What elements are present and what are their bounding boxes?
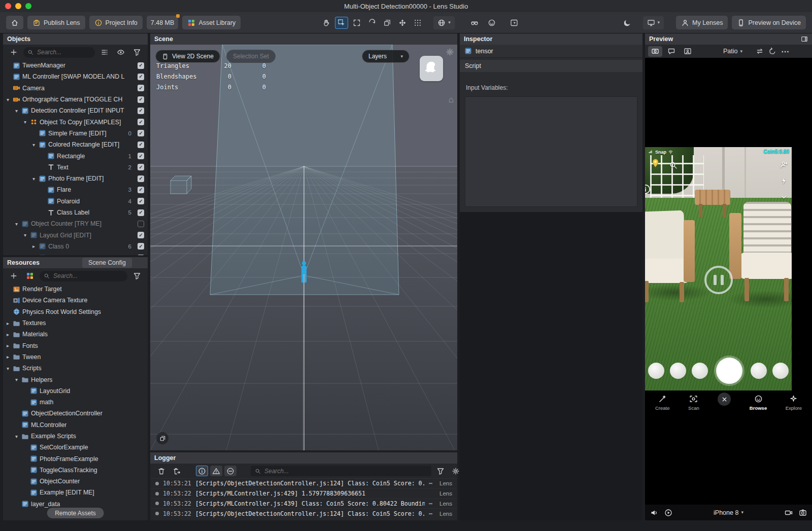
info-ring-icon[interactable] — [645, 184, 651, 195]
visibility-checkbox[interactable]: ✓ — [138, 255, 144, 255]
more-options-icon[interactable]: ⋯ — [781, 47, 790, 56]
chevron-right-icon[interactable]: ▸ — [5, 343, 11, 348]
camera-feed[interactable]: Snap Coin5:0.80 — [645, 147, 792, 391]
scene-cube[interactable] — [171, 176, 191, 194]
chevron-right-icon[interactable]: ▸ — [31, 243, 37, 249]
publish-lens-button[interactable]: Publish Lens — [27, 16, 85, 29]
tree-item[interactable]: ▾Layout Grid [EDIT]✓ — [3, 229, 148, 240]
visibility-checkbox[interactable]: ✓ — [138, 232, 144, 238]
layout-dropdown[interactable]: ▾ — [643, 16, 664, 29]
visibility-checkbox[interactable]: ✓ — [138, 119, 144, 125]
reset-view-home-icon[interactable]: ⌂ — [449, 95, 454, 104]
swap-camera-icon[interactable] — [756, 47, 764, 55]
preview-on-device-button[interactable]: Preview on Device — [732, 16, 806, 29]
chevron-down-icon[interactable]: ▾ — [5, 97, 11, 102]
tree-item[interactable]: Render Target — [3, 284, 148, 295]
chevron-down-icon[interactable]: ▾ — [22, 119, 28, 125]
chevron-right-icon[interactable]: ▸ — [5, 332, 11, 337]
chevron-right-icon[interactable]: ▸ — [5, 354, 11, 360]
tree-item[interactable]: ▸Tween — [3, 351, 148, 363]
scene-3d-canvas[interactable] — [150, 45, 457, 450]
tree-item[interactable]: ML Controller [SWAP MODEL AND L✓ — [3, 71, 148, 82]
tree-item[interactable]: Camera✓ — [3, 83, 148, 94]
rotate-tool[interactable] — [365, 17, 379, 29]
tree-item[interactable]: SetColorExample — [3, 442, 148, 453]
objects-search-field[interactable] — [23, 47, 95, 58]
tab-scene-config[interactable]: Scene Config — [82, 258, 132, 268]
lens-carousel-item[interactable] — [772, 363, 789, 379]
tree-item[interactable]: LayoutGrid — [3, 385, 148, 397]
visibility-checkbox[interactable]: ✓ — [138, 130, 144, 136]
inspected-object-row[interactable]: tensor — [460, 45, 642, 58]
warning-filter-button[interactable] — [210, 466, 222, 476]
tree-item[interactable]: Physics Root World Settings — [3, 306, 148, 317]
zoom-window-button[interactable] — [25, 3, 31, 9]
visibility-checkbox[interactable]: ✓ — [138, 187, 144, 193]
chevron-down-icon[interactable] — [780, 193, 788, 201]
remote-assets-button[interactable]: Remote Assets — [47, 508, 104, 518]
tree-item[interactable]: ObjectDetectionController — [3, 408, 148, 419]
visibility-checkbox[interactable] — [138, 221, 144, 227]
action-scan[interactable]: Scan — [688, 395, 699, 411]
tree-item[interactable]: ▸Textures — [3, 317, 148, 329]
my-lenses-button[interactable]: My Lenses — [676, 16, 728, 29]
objects-search-input[interactable] — [36, 48, 91, 56]
interaction-preview-dropdown[interactable]: ▾ — [433, 16, 455, 29]
audio-icon[interactable] — [650, 509, 658, 517]
tree-item[interactable]: ▸Class 06✓ — [3, 241, 148, 252]
face-lens-icon-button[interactable] — [485, 17, 498, 29]
chevron-down-icon[interactable]: ▾ — [22, 232, 28, 238]
feed-search-icon[interactable] — [669, 161, 678, 169]
action-browse[interactable]: Browse — [750, 395, 767, 411]
visibility-checkbox[interactable]: ✓ — [138, 164, 144, 170]
action-explore[interactable]: Explore — [786, 395, 802, 411]
add-friend-icon[interactable] — [780, 160, 788, 169]
flash-icon[interactable] — [780, 176, 788, 185]
minimize-window-button[interactable] — [15, 3, 21, 9]
tree-item[interactable]: Example [EDIT ME] — [3, 487, 148, 498]
script-section-header[interactable]: Script — [460, 60, 642, 72]
device-dropdown[interactable]: iPhone 8 ▾ — [714, 509, 743, 516]
tree-item[interactable]: ▾Helpers — [3, 374, 148, 385]
visibility-checkbox[interactable]: ✓ — [138, 62, 144, 69]
visibility-checkbox[interactable]: ✓ — [138, 198, 144, 204]
log-expand-ellipsis[interactable]: ⋯ — [429, 510, 433, 517]
log-expand-ellipsis[interactable]: ⋯ — [429, 500, 433, 507]
tree-item[interactable]: Polaroid4✓ — [3, 196, 148, 207]
tree-item[interactable]: ▸Fonts — [3, 340, 148, 351]
visibility-checkbox[interactable]: ✓ — [138, 96, 144, 103]
tree-item[interactable]: ▸Class 1✓ — [3, 252, 148, 255]
tree-item[interactable]: Simple Frame [EDIT]0✓ — [3, 128, 148, 139]
tree-item[interactable]: ▾Object To Copy [EXAMPLES]✓ — [3, 116, 148, 127]
visibility-checkbox[interactable]: ✓ — [138, 141, 144, 148]
resources-asset-library-button[interactable] — [23, 270, 37, 282]
scene-viewport[interactable]: View 2D Scene Selection Set Layers ▾ Tri… — [150, 45, 457, 450]
play-icon[interactable] — [664, 509, 672, 517]
pause-button[interactable] — [704, 266, 733, 294]
tree-item[interactable]: Class Label5✓ — [3, 207, 148, 218]
log-expand-ellipsis[interactable]: ⋯ — [429, 480, 433, 487]
tree-item[interactable]: ▾Object Counter [TRY ME] — [3, 218, 148, 229]
log-entry[interactable]: 10:53:22[Scripts/ObjectDetectionControll… — [150, 508, 457, 518]
close-lens-button[interactable] — [718, 395, 731, 411]
tree-item[interactable]: Device Camera Texture — [3, 295, 148, 306]
chat-preview-button[interactable] — [664, 46, 679, 57]
visibility-checkbox[interactable]: ✓ — [138, 243, 144, 250]
log-entry[interactable]: 10:53:22[Scripts/MLController.js:439] Cl… — [150, 499, 457, 509]
action-create[interactable]: Create — [655, 395, 670, 411]
tree-item[interactable]: ▾Orthographic Camera [TOGGLE CH✓ — [3, 94, 148, 105]
tab-resources[interactable]: Resources — [7, 259, 40, 266]
resources-filter-button[interactable] — [130, 270, 144, 282]
tree-item[interactable]: ▾Photo Frame [EDIT]✓ — [3, 173, 148, 184]
visibility-checkbox[interactable]: ✓ — [138, 74, 144, 80]
manipulator-tool[interactable] — [411, 17, 424, 29]
lens-carousel-item[interactable] — [670, 363, 686, 379]
zoom-to-fit-tool[interactable] — [350, 17, 363, 29]
visibility-checkbox[interactable]: ✓ — [138, 108, 144, 114]
visibility-checkbox[interactable]: ✓ — [138, 175, 144, 182]
visibility-checkbox[interactable]: ✓ — [138, 153, 144, 159]
shutter-button[interactable] — [718, 359, 741, 382]
viewport-settings-gear-icon[interactable] — [446, 48, 454, 56]
tree-item[interactable]: TweenManager✓ — [3, 60, 148, 71]
add-resource-button[interactable] — [7, 270, 20, 282]
